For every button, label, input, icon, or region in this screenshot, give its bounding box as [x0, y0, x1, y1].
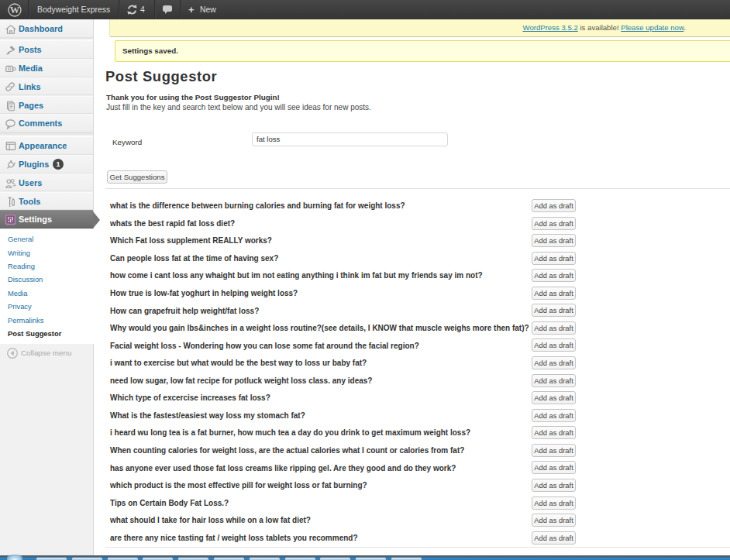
svg-text:W: W: [10, 5, 20, 15]
